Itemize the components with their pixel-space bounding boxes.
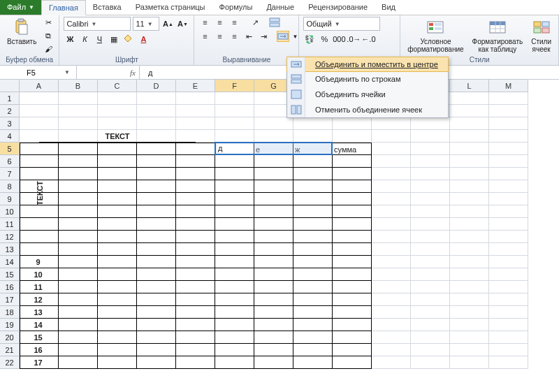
cell-M6[interactable] <box>489 155 528 168</box>
cell-L6[interactable] <box>450 155 489 168</box>
cell-G21[interactable] <box>254 344 293 356</box>
column-header-F[interactable]: F <box>215 80 254 92</box>
cell-J9[interactable] <box>372 193 411 205</box>
cell-K14[interactable] <box>411 256 450 268</box>
row-header-17[interactable]: 17 <box>0 293 20 306</box>
cell-A16[interactable]: 11 <box>20 281 59 293</box>
cell-J12[interactable] <box>372 231 411 243</box>
column-header-D[interactable]: D <box>137 80 176 92</box>
cell-K5[interactable] <box>411 143 450 155</box>
cell-J11[interactable] <box>372 218 411 231</box>
cell-F1[interactable] <box>215 92 254 105</box>
orientation-button[interactable]: ↗ <box>249 17 261 28</box>
cell-G14[interactable] <box>254 256 293 268</box>
cell-I20[interactable] <box>333 331 372 344</box>
cell-K17[interactable] <box>411 293 450 306</box>
cell-H5[interactable]: ж <box>293 143 333 155</box>
cell-D8[interactable] <box>137 180 176 193</box>
cell-G5[interactable]: е <box>254 143 293 155</box>
cell-I22[interactable] <box>333 356 372 369</box>
cell-B5[interactable] <box>59 143 98 155</box>
cell-H18[interactable] <box>293 306 333 319</box>
tab-page-layout[interactable]: Разметка страницы <box>129 0 212 15</box>
cell-D15[interactable] <box>137 268 176 281</box>
cell-M7[interactable] <box>489 168 528 180</box>
row-header-11[interactable]: 11 <box>0 218 20 231</box>
cell-D12[interactable] <box>137 231 176 243</box>
cell-M14[interactable] <box>489 256 528 268</box>
merged-header-text[interactable]: ТЕКСТ <box>39 131 196 143</box>
cell-L1[interactable] <box>450 92 489 105</box>
cell-G16[interactable] <box>254 281 293 293</box>
cell-C18[interactable] <box>98 306 137 319</box>
percent-button[interactable]: % <box>318 34 331 45</box>
cell-A2[interactable] <box>20 105 59 117</box>
cell-K11[interactable] <box>411 218 450 231</box>
cell-J6[interactable] <box>372 155 411 168</box>
cell-E21[interactable] <box>176 344 215 356</box>
cell-I7[interactable] <box>333 168 372 180</box>
cell-F4[interactable] <box>215 130 254 143</box>
increase-decimal-button[interactable]: .0→ <box>347 34 360 45</box>
cell-F19[interactable] <box>215 319 254 331</box>
cell-K22[interactable] <box>411 356 450 369</box>
cell-L2[interactable] <box>450 105 489 117</box>
cell-L10[interactable] <box>450 205 489 218</box>
cell-L12[interactable] <box>450 231 489 243</box>
select-all-button[interactable] <box>0 80 20 92</box>
cell-G18[interactable] <box>254 306 293 319</box>
cell-J4[interactable] <box>372 130 411 143</box>
unmerge-cells-item[interactable]: Отменить объединение ячеек <box>287 102 448 117</box>
cell-F6[interactable] <box>215 155 254 168</box>
cell-E13[interactable] <box>176 243 215 256</box>
currency-button[interactable]: 💱 <box>303 34 316 45</box>
font-color-button[interactable]: A <box>137 34 150 45</box>
cell-D17[interactable] <box>137 293 176 306</box>
cell-I16[interactable] <box>333 281 372 293</box>
cell-D9[interactable] <box>137 193 176 205</box>
cell-B13[interactable] <box>59 243 98 256</box>
cell-B16[interactable] <box>59 281 98 293</box>
cell-A21[interactable]: 16 <box>20 344 59 356</box>
cell-I5[interactable]: сумма <box>333 143 372 155</box>
cell-E7[interactable] <box>176 168 215 180</box>
cell-L5[interactable] <box>450 143 489 155</box>
cell-M20[interactable] <box>489 331 528 344</box>
cell-G19[interactable] <box>254 319 293 331</box>
cell-E1[interactable] <box>176 92 215 105</box>
cell-E8[interactable] <box>176 180 215 193</box>
cell-C6[interactable] <box>98 155 137 168</box>
column-header-C[interactable]: C <box>98 80 137 92</box>
cell-B10[interactable] <box>59 205 98 218</box>
cell-G7[interactable] <box>254 168 293 180</box>
cell-H17[interactable] <box>293 293 333 306</box>
cell-C14[interactable] <box>98 256 137 268</box>
cell-I4[interactable] <box>333 130 372 143</box>
cell-F3[interactable] <box>215 117 254 130</box>
cell-B14[interactable] <box>59 256 98 268</box>
cell-K18[interactable] <box>411 306 450 319</box>
cell-C1[interactable] <box>98 92 137 105</box>
cell-C3[interactable] <box>98 117 137 130</box>
cell-D21[interactable] <box>137 344 176 356</box>
cell-J16[interactable] <box>372 281 411 293</box>
cell-M12[interactable] <box>489 231 528 243</box>
row-header-14[interactable]: 14 <box>0 256 20 268</box>
cell-M22[interactable] <box>489 356 528 369</box>
cell-F12[interactable] <box>215 231 254 243</box>
cell-G13[interactable] <box>254 243 293 256</box>
cell-B12[interactable] <box>59 231 98 243</box>
cell-B18[interactable] <box>59 306 98 319</box>
cell-J22[interactable] <box>372 356 411 369</box>
column-header-M[interactable]: M <box>489 80 528 92</box>
row-header-18[interactable]: 18 <box>0 306 20 319</box>
format-painter-button[interactable]: 🖌 <box>42 43 55 55</box>
cell-B19[interactable] <box>59 319 98 331</box>
cell-C5[interactable] <box>98 143 137 155</box>
cell-I6[interactable] <box>333 155 372 168</box>
cell-F15[interactable] <box>215 268 254 281</box>
column-header-E[interactable]: E <box>176 80 215 92</box>
cell-E15[interactable] <box>176 268 215 281</box>
cell-H8[interactable] <box>293 180 333 193</box>
cell-F11[interactable] <box>215 218 254 231</box>
